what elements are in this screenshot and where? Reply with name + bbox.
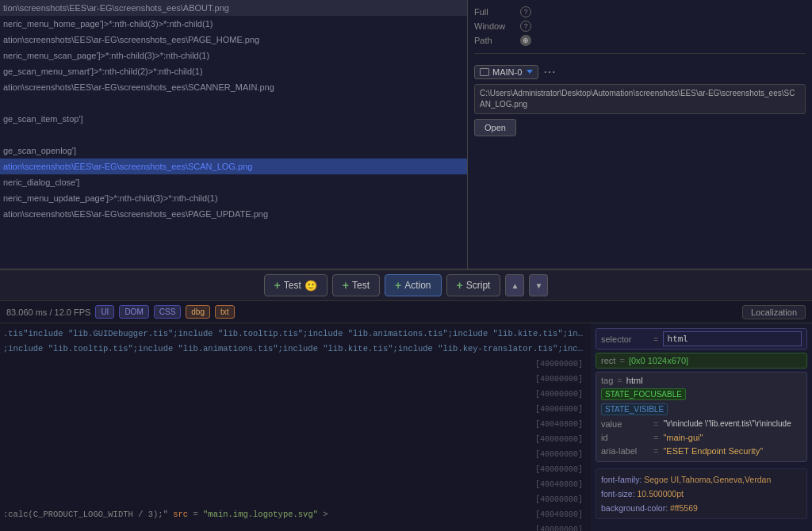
code-line: [40000000]	[0, 522, 591, 531]
code-line: [40000000]	[0, 372, 591, 387]
rect-eq: =	[619, 356, 624, 365]
list-item[interactable]: neric_menu_home_page']>*:nth-child(3)>*:…	[0, 16, 467, 32]
top-right-options: Full ? Window ? Path ⊕	[474, 6, 806, 46]
separator	[474, 53, 806, 54]
list-item[interactable]	[0, 95, 467, 111]
txt-button[interactable]: txt	[215, 305, 235, 319]
tag-val: html	[626, 376, 643, 385]
line-num: [40000000]	[524, 433, 588, 446]
action-button[interactable]: + Action	[385, 274, 442, 296]
localization-button[interactable]: Localization	[742, 305, 806, 319]
monitor-icon	[480, 68, 489, 76]
ui-button[interactable]: UI	[95, 305, 114, 319]
bg-color-row: background-color: #ff5569	[601, 501, 802, 515]
font-family-row: font-family: Segoe UI,Tahoma,Geneva,Verd…	[601, 472, 802, 487]
code-text: ;include "lib.tooltip.tis";include "lib.…	[3, 342, 588, 356]
aria-key: aria-label	[601, 446, 649, 456]
list-item[interactable]: ge_scan_item_stop']	[0, 111, 467, 127]
main-box-container: MAIN-0 ⋯	[474, 64, 806, 79]
font-size-row: font-size: 10.500000pt	[601, 487, 802, 501]
state-visible-badge: STATE_VISIBLE	[601, 403, 668, 415]
css-button[interactable]: CSS	[154, 305, 182, 319]
full-help-icon[interactable]: ?	[520, 6, 531, 17]
code-text: .tis"include "lib.GUIDebugger.tis";inclu…	[3, 327, 588, 341]
script-label: Script	[466, 280, 491, 291]
main-box-label[interactable]: MAIN-0	[474, 65, 538, 79]
timing-text: 83.060 ms / 12.0 FPS	[6, 308, 90, 317]
list-item[interactable]: ge_scan_openlog']	[0, 143, 467, 159]
list-item[interactable]: ge_scan_menu_smart']>*:nth-child(2)>*:nt…	[0, 63, 467, 79]
line-num: [40000000]	[524, 448, 588, 461]
code-editor: .tis"include "lib.GUIDebugger.tis";inclu…	[0, 323, 591, 531]
properties-panel: selector = rect = [0x0 812x531] tag = h…	[591, 323, 812, 531]
up-arrow-icon: ▲	[511, 281, 519, 290]
more-options-icon[interactable]: ⋯	[543, 64, 556, 79]
tag-eq: =	[617, 376, 622, 385]
font-family-val: Segoe UI,Tahoma,Geneva,Verdan	[644, 475, 771, 484]
line-num: [40000000]	[524, 463, 588, 476]
bottom-section: .tis"include "lib.GUIDebugger.tis";inclu…	[0, 323, 812, 531]
code-line: [40000000]	[0, 492, 591, 507]
full-row: Full ?	[474, 6, 806, 17]
rect-key: rect	[601, 356, 615, 365]
font-section: font-family: Segoe UI,Tahoma,Geneva,Verd…	[596, 468, 807, 519]
code-line: [40000000]	[0, 402, 591, 417]
font-size-key: font-size:	[601, 489, 635, 499]
list-item-selected[interactable]: ation\screenshots\EES\ar-EG\screenshots_…	[0, 159, 467, 174]
down-arrow-button[interactable]: ▼	[529, 274, 548, 296]
dropdown-arrow-icon	[527, 70, 533, 74]
test-button-2[interactable]: + Test	[332, 274, 380, 296]
code-list[interactable]: tion\screenshots\EES\ar-EG\screenshots_e…	[0, 0, 467, 269]
main-box-text: MAIN-0	[492, 67, 522, 77]
value-eq: =	[653, 419, 658, 429]
code-line: ;include "lib.tooltip.tis";include "lib.…	[0, 342, 591, 357]
right-panel: Full ? Window ? Path ⊕ MAIN-0 ⋯ C:\Users…	[468, 0, 812, 269]
script-button[interactable]: + Script	[446, 274, 501, 296]
left-panel: tion\screenshots\EES\ar-EG\screenshots_e…	[0, 0, 468, 269]
rect-row: rect = [0x0 812x531]	[596, 353, 807, 369]
dom-button[interactable]: DOM	[119, 305, 148, 319]
list-item[interactable]: neric_dialog_close']	[0, 174, 467, 190]
up-arrow-button[interactable]: ▲	[505, 274, 524, 296]
id-eq: =	[653, 433, 658, 442]
line-num: [40000000]	[524, 493, 588, 506]
full-label: Full	[474, 7, 514, 17]
dbg-button[interactable]: dbg	[186, 305, 210, 319]
down-arrow-icon: ▼	[534, 281, 542, 290]
list-item[interactable]: tion\screenshots\EES\ar-EG\screenshots_e…	[0, 0, 467, 16]
test-button-1[interactable]: + Test 🙂	[264, 274, 327, 296]
code-editor-content[interactable]: .tis"include "lib.GUIDebugger.tis";inclu…	[0, 323, 591, 531]
list-item[interactable]	[0, 127, 467, 143]
open-button[interactable]: Open	[474, 119, 516, 136]
selector-eq: =	[653, 334, 658, 344]
selector-input[interactable]	[663, 331, 802, 346]
path-row: Path ⊕	[474, 35, 806, 46]
list-item[interactable]: ation\screenshots\EES\ar-EG\screenshots_…	[0, 206, 467, 222]
code-line: :calc(C_PRODUCT_LOGO_WIDTH / 3);" src = …	[0, 507, 591, 522]
list-item[interactable]: neric_menu_update_page']>*:nth-child(3)>…	[0, 190, 467, 206]
aria-row: aria-label = "ESET Endpoint Security"	[601, 445, 802, 458]
code-line: [40000000]	[0, 462, 591, 477]
window-row: Window ?	[474, 21, 806, 32]
line-num: [40000000]	[524, 388, 588, 401]
bg-color-val: #ff5569	[670, 503, 698, 513]
font-size-val: 10.500000pt	[638, 489, 684, 499]
rect-val: [0x0 812x531]	[629, 356, 688, 365]
action-label: Action	[404, 280, 431, 291]
path-icon[interactable]: ⊕	[520, 35, 531, 46]
test-label-2: Test	[352, 280, 370, 291]
code-line: [40000000]	[0, 432, 591, 447]
aria-val: "ESET Endpoint Security"	[663, 446, 763, 456]
code-line: .tis"include "lib.GUIDebugger.tis";inclu…	[0, 327, 591, 342]
window-label: Window	[474, 21, 514, 31]
list-item[interactable]: ation\screenshots\EES\ar-EG\screenshots_…	[0, 79, 467, 95]
line-num: [40040800]	[524, 508, 588, 521]
id-row: id = "main-gui"	[601, 431, 802, 445]
selector-row: selector =	[596, 328, 807, 350]
window-help-icon[interactable]: ?	[520, 21, 531, 32]
list-item[interactable]: neric_menu_scan_page']>*:nth-child(3)>*:…	[0, 48, 467, 63]
plus-icon-1: +	[274, 279, 281, 292]
value-val: "\r\ninclude \"lib.event.tis\"\r\ninclud…	[663, 419, 791, 428]
list-item[interactable]: ation\screenshots\EES\ar-EG\screenshots_…	[0, 32, 467, 48]
plus-icon-4: +	[457, 279, 463, 292]
